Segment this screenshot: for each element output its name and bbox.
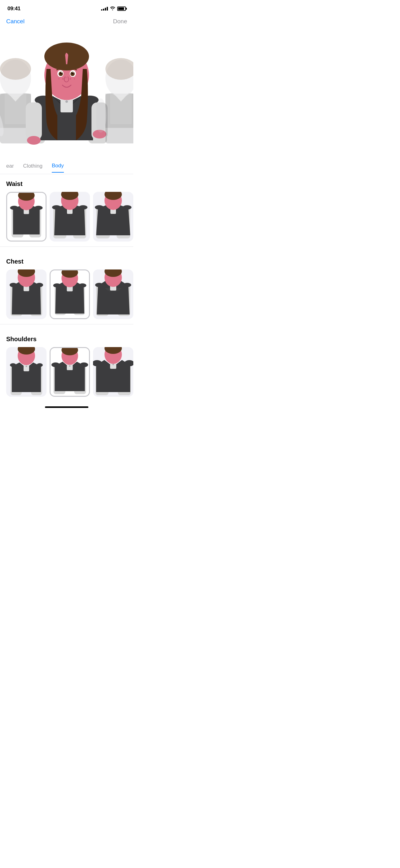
svg-point-53 — [52, 205, 61, 210]
nav-bar: Cancel Done — [0, 16, 133, 29]
status-icons — [101, 6, 126, 11]
chest-section: Chest — [0, 252, 133, 324]
status-time: 09:41 — [7, 6, 21, 12]
signal-icon — [101, 7, 108, 10]
svg-point-61 — [95, 205, 104, 210]
chest-title: Chest — [6, 258, 127, 265]
svg-point-21 — [65, 77, 67, 78]
tab-body[interactable]: Body — [52, 163, 64, 173]
svg-point-92 — [37, 363, 43, 367]
done-button[interactable]: Done — [113, 18, 127, 25]
svg-point-86 — [123, 283, 131, 287]
shoulders-item-3[interactable] — [93, 347, 133, 397]
svg-point-85 — [95, 283, 103, 287]
svg-point-99 — [52, 362, 60, 367]
svg-point-69 — [10, 283, 17, 287]
category-tabs: ear Clothing Body — [0, 159, 133, 173]
svg-point-20 — [74, 78, 75, 80]
waist-item-3[interactable] — [93, 192, 133, 242]
svg-point-46 — [34, 206, 43, 210]
shoulders-section: Shoulders — [0, 330, 133, 402]
sections-wrapper: Waist — [0, 174, 133, 402]
battery-icon — [117, 6, 126, 11]
svg-rect-31 — [26, 102, 42, 140]
home-indicator — [0, 402, 133, 412]
shoulders-item-2[interactable] — [49, 347, 90, 397]
shoulders-title: Shoulders — [6, 336, 127, 343]
svg-point-10 — [65, 100, 68, 103]
avatar-preview — [0, 29, 133, 159]
avatar-ghost-right — [96, 41, 133, 159]
svg-point-110 — [112, 364, 114, 365]
tab-clothing[interactable]: Clothing — [23, 163, 42, 172]
status-bar: 09:41 — [0, 0, 133, 16]
svg-point-78 — [79, 283, 87, 287]
svg-point-62 — [123, 205, 131, 210]
svg-point-29 — [72, 72, 73, 73]
chest-items-grid — [6, 270, 127, 319]
chest-item-3[interactable] — [93, 270, 133, 319]
svg-point-39 — [96, 98, 106, 132]
chest-item-2[interactable] — [49, 270, 90, 319]
svg-point-91 — [10, 363, 16, 367]
svg-point-33 — [27, 136, 41, 145]
wifi-icon — [110, 6, 115, 11]
svg-point-17 — [58, 78, 60, 80]
waist-item-1[interactable] — [6, 192, 46, 242]
svg-point-25 — [61, 72, 62, 73]
svg-point-77 — [53, 283, 61, 287]
tab-headwear[interactable]: ear — [6, 163, 14, 172]
waist-items-grid — [6, 192, 127, 242]
waist-section: Waist — [0, 174, 133, 247]
shoulders-items-grid — [6, 347, 127, 397]
svg-point-70 — [36, 283, 43, 287]
svg-point-19 — [70, 78, 71, 80]
svg-point-54 — [79, 205, 88, 210]
waist-title: Waist — [6, 180, 127, 187]
shoulders-item-1[interactable] — [6, 347, 46, 397]
svg-point-16 — [62, 78, 64, 80]
svg-point-102 — [69, 365, 71, 367]
chest-item-1[interactable] — [6, 270, 46, 319]
svg-point-45 — [10, 206, 19, 210]
svg-point-94 — [26, 366, 27, 367]
home-bar — [45, 406, 88, 408]
waist-item-2[interactable] — [49, 192, 90, 242]
cancel-button[interactable]: Cancel — [6, 18, 25, 25]
svg-point-100 — [80, 362, 88, 367]
